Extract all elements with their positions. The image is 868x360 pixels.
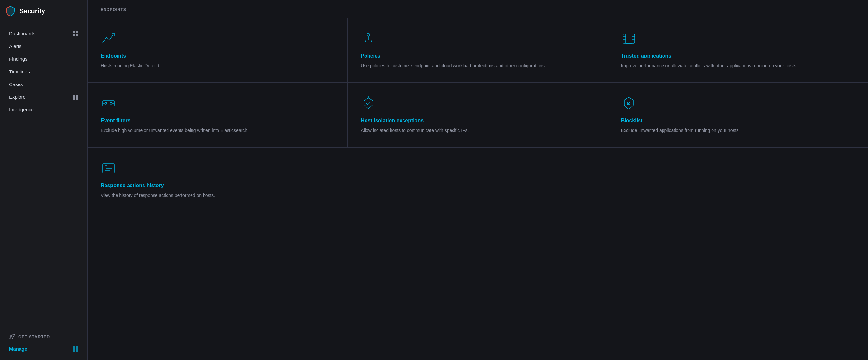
sidebar-item-manage[interactable]: Manage bbox=[3, 343, 85, 355]
svg-rect-6 bbox=[623, 34, 634, 43]
card-response-actions-history[interactable]: Response actions history View the histor… bbox=[88, 147, 348, 212]
logo-icon bbox=[5, 6, 16, 16]
sidebar-item-dashboards[interactable]: Dashboards bbox=[3, 28, 85, 39]
policies-icon bbox=[361, 31, 376, 47]
sidebar-header: Security bbox=[0, 0, 87, 22]
card-endpoints[interactable]: Endpoints Hosts running Elastic Defend. bbox=[88, 18, 348, 83]
sidebar-item-label: Dashboards bbox=[9, 31, 35, 36]
sidebar-item-label: Cases bbox=[9, 82, 23, 87]
card-desc: Allow isolated hosts to communicate with… bbox=[361, 127, 594, 134]
response-actions-icon bbox=[101, 161, 116, 176]
sidebar-item-label: Timelines bbox=[9, 69, 30, 75]
sidebar-item-findings[interactable]: Findings bbox=[3, 53, 85, 65]
card-desc: Improve performance or alleviate conflic… bbox=[621, 62, 855, 69]
svg-rect-7 bbox=[625, 34, 632, 43]
card-policies[interactable]: Policies Use policies to customize endpo… bbox=[348, 18, 608, 83]
sidebar-item-label: Explore bbox=[9, 94, 26, 100]
sidebar-item-intelligence[interactable]: Intelligence bbox=[3, 104, 85, 116]
card-title: Policies bbox=[361, 53, 594, 59]
card-host-isolation-exceptions[interactable]: Host isolation exceptions Allow isolated… bbox=[348, 83, 608, 147]
card-title: Endpoints bbox=[101, 53, 334, 59]
grid-icon bbox=[73, 347, 78, 352]
sidebar-item-label: Intelligence bbox=[9, 107, 34, 112]
cards-grid: Endpoints Hosts running Elastic Defend. … bbox=[88, 18, 868, 212]
page-header: ENDPOINTS bbox=[88, 0, 868, 18]
svg-point-13 bbox=[105, 102, 107, 104]
svg-point-1 bbox=[367, 33, 370, 36]
sidebar-item-cases[interactable]: Cases bbox=[3, 78, 85, 90]
card-desc: Use policies to customize endpoint and c… bbox=[361, 62, 594, 69]
endpoints-icon bbox=[101, 31, 116, 47]
event-filters-icon bbox=[101, 95, 116, 111]
card-desc: View the history of response actions per… bbox=[101, 192, 335, 199]
main-content: ENDPOINTS Endpoints Hosts running Elasti… bbox=[88, 0, 868, 360]
host-isolation-icon bbox=[361, 95, 376, 111]
sidebar-item-explore[interactable]: Explore bbox=[3, 91, 85, 103]
card-desc: Hosts running Elastic Defend. bbox=[101, 62, 334, 69]
rocket-icon bbox=[9, 334, 15, 339]
sidebar-item-alerts[interactable]: Alerts bbox=[3, 40, 85, 52]
sidebar-item-label: Findings bbox=[9, 56, 28, 62]
card-event-filters[interactable]: Event filters Exclude high volume or unw… bbox=[88, 83, 348, 147]
grid-icon bbox=[73, 94, 78, 100]
get-started-button[interactable]: GET STARTED bbox=[3, 330, 85, 343]
card-desc: Exclude high volume or unwanted events b… bbox=[101, 127, 334, 134]
get-started-label: GET STARTED bbox=[18, 334, 50, 339]
svg-point-14 bbox=[110, 102, 112, 104]
sidebar-nav: Dashboards Alerts Findings Timelines Cas… bbox=[0, 22, 87, 325]
sidebar-bottom: GET STARTED Manage bbox=[0, 325, 87, 360]
sidebar-item-label: Alerts bbox=[9, 44, 22, 49]
svg-line-5 bbox=[371, 40, 372, 43]
grid-icon bbox=[73, 31, 78, 36]
card-title: Response actions history bbox=[101, 183, 335, 189]
blocklist-icon bbox=[621, 95, 637, 111]
card-title: Event filters bbox=[101, 118, 334, 123]
manage-label: Manage bbox=[9, 346, 27, 352]
card-title: Trusted applications bbox=[621, 53, 855, 59]
card-trusted-applications[interactable]: Trusted applications Improve performance… bbox=[608, 18, 868, 83]
trusted-apps-icon bbox=[621, 31, 637, 47]
app-title: Security bbox=[20, 7, 45, 15]
sidebar: Security Dashboards Alerts Findings Time… bbox=[0, 0, 88, 360]
card-title: Host isolation exceptions bbox=[361, 118, 594, 123]
sidebar-item-timelines[interactable]: Timelines bbox=[3, 66, 85, 78]
svg-line-4 bbox=[365, 40, 366, 43]
card-desc: Exclude unwanted applications from runni… bbox=[621, 127, 855, 134]
card-title: Blocklist bbox=[621, 118, 855, 123]
section-title: ENDPOINTS bbox=[101, 7, 126, 12]
card-blocklist[interactable]: Blocklist Exclude unwanted applications … bbox=[608, 83, 868, 147]
